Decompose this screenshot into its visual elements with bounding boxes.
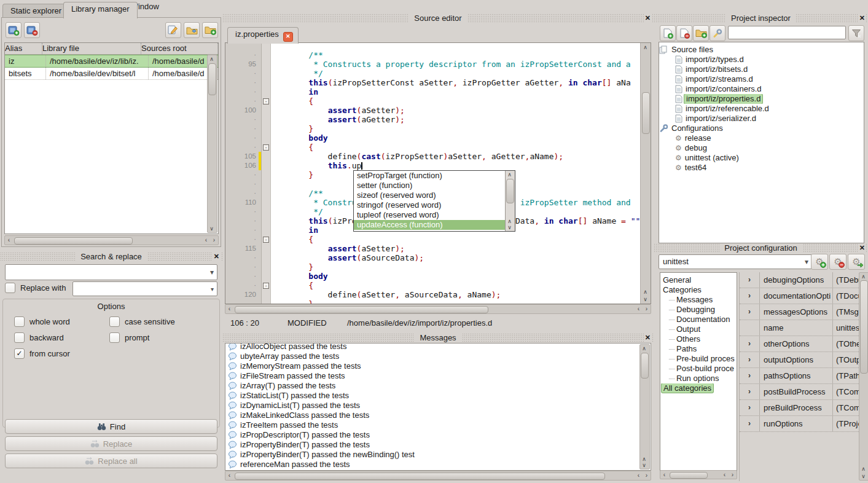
gutter-line-105[interactable]: 105 [225,152,261,161]
expand-arrow-icon[interactable] [740,320,760,336]
expand-arrow-icon[interactable]: › [740,352,760,367]
tree-item-import-iz-serializer-d[interactable]: import/iz/serializer.d [659,114,864,124]
tree-item-release[interactable]: ⚙release [659,133,864,143]
code-line-116[interactable]: assert(aSourceData); [289,253,640,262]
message-item[interactable]: izPropertyBinder(T) passed the tests [225,440,651,450]
gutter-line-109[interactable]: · [225,189,261,198]
gutter-line-106[interactable]: 106 [225,161,261,170]
messages-list[interactable]: izAllocObject passed the testsubyteArray… [225,343,651,471]
code-line-104[interactable]: { [289,143,640,152]
category-categories[interactable]: Categories [660,285,737,295]
gutter-line-98[interactable]: · [225,87,261,96]
editor-fold-column[interactable]: ---- [262,43,271,304]
code-line-120[interactable]: define(aSetter, aSourceData, aName); [289,290,640,299]
code-line-102[interactable]: } [289,124,640,133]
message-item[interactable]: izPropertyBinder(T) passed the newBindin… [225,450,651,460]
editor-vscrollbar[interactable]: ∧ ∧ ∨ [640,43,651,304]
gutter-line-108[interactable]: · [225,179,261,189]
close-messages-panel-icon[interactable]: ✕ [644,333,652,342]
tree-item-unittest-active[interactable]: ⚙unittest (active) [659,153,864,163]
tree-root-configurations[interactable]: Configurations [659,124,864,133]
replace-with-checkbox[interactable] [5,283,15,293]
close-tab-icon[interactable]: ✕ [283,32,293,42]
add-config-button[interactable]: ⚙ [811,254,828,270]
message-item[interactable]: izMakeLinkedClass passed the tests [225,410,651,420]
library-row-bitsets[interactable]: bitsets/home/basile/dev/bitset/l/home/ba… [5,68,218,80]
gutter-line-103[interactable]: · [225,133,261,143]
gutter-line-113[interactable]: · [225,226,261,235]
code-line-114[interactable]: { [289,235,640,244]
gutter-line-107[interactable]: · [225,170,261,179]
code-line-99[interactable]: { [289,96,640,106]
category-all-categories[interactable]: All categories [660,383,737,393]
checkbox[interactable] [14,316,25,327]
code-line-117[interactable]: } [289,262,640,272]
message-item[interactable]: izTreeItem passed the tests [225,420,651,430]
find-button[interactable]: Find [5,419,217,434]
expand-arrow-icon[interactable]: › [740,384,760,399]
code-line-103[interactable]: body [289,133,640,143]
category-debugging[interactable]: Debugging [660,305,737,315]
messages-hscrollbar[interactable]: ‹ ‹› [225,471,651,481]
code-line-115[interactable]: assert(aSetter); [289,244,640,253]
fold-marker-icon[interactable]: - [263,283,269,289]
completion-item-stringof[interactable]: stringof (reserved word) [354,200,505,210]
tree-item-import-iz-bitsets-d[interactable]: import/iz/bitsets.d [659,65,864,74]
add-folder-button[interactable] [202,22,218,38]
tree-item-debug[interactable]: ⚙debug [659,143,864,153]
option-from-cursor[interactable]: ✓from cursor [14,348,109,359]
tree-root-source-files[interactable]: Source files [659,45,864,55]
category-post-build-proce[interactable]: Post-build proce [660,364,737,374]
close-search-panel-icon[interactable]: ✕ [213,252,221,261]
editor-tab-iz-properties[interactable]: iz.properties✕ [227,27,299,44]
property-row-postbuildprocess[interactable]: ›postBuildProcess(TCom [740,384,859,400]
inspector-filter-input[interactable] [728,26,846,39]
category-paths[interactable]: Paths [660,344,737,354]
add-library-button[interactable] [6,22,22,38]
expand-arrow-icon[interactable]: › [740,288,760,304]
close-project-configuration-icon[interactable]: ✕ [858,243,866,253]
clone-config-button[interactable]: ⚙ [848,254,865,270]
category-pre-build-proces[interactable]: Pre-build proces [660,354,737,364]
fold-marker-icon[interactable]: - [263,237,269,243]
tree-item-import-iz-containers-d[interactable]: import/iz/containers.d [659,84,864,94]
expand-arrow-icon[interactable]: › [740,272,760,288]
editor-gutter[interactable]: ·95····100····105106···110····115····120… [225,43,262,304]
close-project-inspector-icon[interactable]: ✕ [858,14,866,23]
open-library-folder-button[interactable] [184,22,200,38]
completion-item-updateaccess[interactable]: updateAccess (function) [354,220,505,230]
completion-popup-scrollbar[interactable]: ∧ ∧ ∨ [505,171,515,231]
col-header-alias[interactable]: Alias [5,43,42,54]
tree-item-import-iz-properties-d[interactable]: import/iz/properties.d [659,94,864,104]
message-item[interactable]: izMemoryStream passed the tests [225,361,651,371]
property-row-documentationopti[interactable]: ›documentationOpti(TDocu [740,288,859,304]
tab-static-explorer[interactable]: Static explorer [2,4,69,18]
gutter-line-99[interactable]: · [225,96,261,106]
filter-button[interactable] [848,25,864,41]
code-line-100[interactable]: assert(aSetter); [289,106,640,115]
fold-marker-icon[interactable]: - [263,98,269,104]
expand-arrow-icon[interactable]: › [740,368,760,383]
edit-library-button[interactable] [165,22,181,38]
category-general[interactable]: General [660,275,737,285]
gutter-line-114[interactable]: · [225,235,261,244]
categories-list[interactable]: GeneralCategoriesMessagesDebuggingDocume… [660,272,737,473]
completion-item-setter[interactable]: setter (function) [354,181,505,190]
col-header-library-file[interactable]: Library file [42,43,141,54]
remove-library-button[interactable] [24,22,40,38]
message-item[interactable]: izAllocObject passed the tests [225,343,651,351]
code-line-96[interactable]: */ [289,69,640,78]
gutter-line-112[interactable]: · [225,216,261,226]
categories-hscrollbar[interactable]: ‹ ‹› [660,470,737,479]
category-others[interactable]: Others [660,334,737,344]
remove-file-button[interactable] [676,25,692,41]
close-source-editor-icon[interactable]: ✕ [644,14,652,23]
code-line-97[interactable]: this(izPropSetterConst aSetter, izPropGe… [289,78,640,87]
editor-hscrollbar[interactable]: ‹ ‹› [225,304,651,314]
completion-item-sizeof[interactable]: sizeof (reserved word) [354,190,505,200]
option-whole-word[interactable]: whole word [14,316,109,327]
tree-item-test64[interactable]: ⚙test64 [659,163,864,173]
tab-library-manager[interactable]: Library manager [63,2,138,18]
property-row-prebuildprocess[interactable]: ›preBuildProcess(TCom [740,400,859,416]
property-row-messagesoptions[interactable]: ›messagesOptions(TMsg [740,304,859,320]
